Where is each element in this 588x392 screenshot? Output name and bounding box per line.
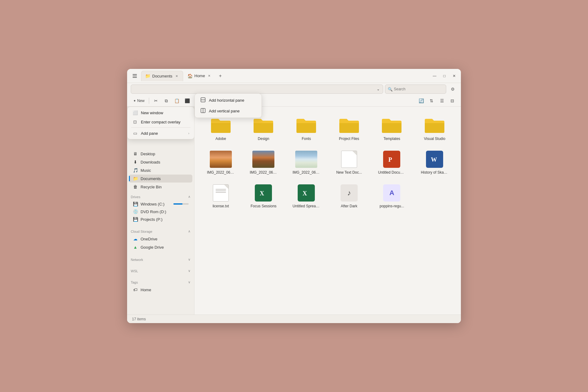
file-img3[interactable]: IMG_2022_06_... <box>286 147 326 178</box>
vertical-pane-icon <box>200 108 206 114</box>
minimize-button[interactable]: — <box>430 72 439 80</box>
google-drive-icon: ▲ <box>133 245 138 250</box>
sync-button[interactable]: 🔄 <box>416 96 426 105</box>
drives-section-header[interactable]: Drives ∧ <box>127 194 194 200</box>
search-box[interactable]: 🔍 <box>385 85 446 94</box>
view-button[interactable]: ☰ <box>437 96 447 105</box>
network-section: Network ∨ <box>127 254 194 265</box>
music-icon: 🎵 <box>133 168 138 173</box>
add-pane-label: Add pane <box>141 131 158 136</box>
untitled-spreads-label: Untitled Spreads... <box>292 204 320 208</box>
folder-project-files[interactable]: Project Files <box>329 113 369 145</box>
window-controls: — □ ✕ <box>430 72 458 80</box>
sidebar-item-recycle-bin[interactable]: 🗑 Recycle Bin 📌 <box>129 183 192 191</box>
toolbar-area: ⌄ 🔍 ⚙ ✦ New ✂ ⧉ 📋 ⬛ ↗ 🗑 🔧 🔄 ⇅ ☰ <box>127 83 461 107</box>
network-header[interactable]: Network ∨ <box>127 256 194 263</box>
templates-folder-icon <box>381 116 403 134</box>
add-tab-button[interactable]: + <box>216 72 224 80</box>
sidebar-item-windows-c[interactable]: 💾 Windows (C:) <box>129 200 192 208</box>
project-files-folder-icon <box>338 116 360 134</box>
enter-compact-overlay-menu-item[interactable]: ⊡ Enter compact overlay <box>129 117 193 126</box>
cloud-storage-header[interactable]: Cloud Storage ∧ <box>127 228 194 235</box>
folder-fonts[interactable]: Fonts <box>286 113 326 145</box>
add-pane-arrow: › <box>188 132 189 135</box>
file-untitled-docum[interactable]: P Untitled Docum... <box>372 147 412 178</box>
windows-c-icon: 💾 <box>133 202 138 206</box>
sidebar: ⬜ New window ⊡ Enter compact overlay ▭ A… <box>127 107 194 315</box>
search-icon: 🔍 <box>388 87 393 92</box>
documents-sidebar-icon: 📁 <box>133 176 138 181</box>
close-button[interactable]: ✕ <box>450 72 458 80</box>
copy-button[interactable]: ⧉ <box>161 96 171 105</box>
dvd-rom-icon: 💿 <box>133 209 138 214</box>
sidebar-item-music[interactable]: 🎵 Music 📌 <box>129 166 192 174</box>
file-area: Adobe Design <box>194 107 461 315</box>
tags-label: Tags <box>131 281 138 284</box>
folder-templates[interactable]: Templates <box>372 113 412 145</box>
downloads-icon: ⬇ <box>133 160 138 164</box>
new-window-menu-item[interactable]: ⬜ New window <box>129 108 193 117</box>
pinned-section: 🖥 Desktop 📌 ⬇ Downloads 📌 🎵 Music 📌 📁 <box>127 149 194 191</box>
rename-button[interactable]: ⬛ <box>182 96 192 105</box>
sidebar-item-google-drive[interactable]: ▲ Google Drive <box>129 243 192 251</box>
home-tag-icon: 🏷 <box>133 287 138 292</box>
address-dropdown-icon[interactable]: ⌄ <box>377 87 380 91</box>
sidebar-item-downloads[interactable]: ⬇ Downloads 📌 <box>129 158 192 166</box>
tab-home[interactable]: 🏠 Home ✕ <box>184 71 216 81</box>
paste-button[interactable]: 📋 <box>172 96 182 105</box>
sidebar-item-home-tag[interactable]: 🏷 Home <box>129 286 192 294</box>
file-focus-sessions[interactable]: X Focus Sessions <box>243 181 284 212</box>
img2-label: IMG_2022_06_... <box>250 170 277 175</box>
untitled-spreads-icon: X <box>298 184 315 202</box>
new-button[interactable]: ✦ New <box>131 96 147 105</box>
add-vertical-pane-label: Add vertical pane <box>209 109 239 113</box>
desktop-label: Desktop <box>141 152 155 156</box>
drives-section: Drives ∧ 💾 Windows (C:) 💿 DVD Rom (D:) 💾 <box>127 191 194 226</box>
templates-label: Templates <box>383 137 400 141</box>
sidebar-item-dvd-rom-d[interactable]: 💿 DVD Rom (D:) <box>129 208 192 215</box>
address-input[interactable]: ⌄ <box>131 85 383 94</box>
wsl-header[interactable]: WSL ∨ <box>127 268 194 274</box>
tags-collapse-icon: ∨ <box>188 280 190 284</box>
documents-tab-close[interactable]: ✕ <box>174 74 179 78</box>
poppins-regu-icon: A <box>383 184 400 202</box>
folder-visual-studio[interactable]: Visual Studio <box>414 113 455 145</box>
svg-text:X: X <box>260 190 264 197</box>
maximize-button[interactable]: □ <box>440 72 449 80</box>
home-tab-close[interactable]: ✕ <box>207 74 212 78</box>
file-poppins-regu[interactable]: A poppins-regu... <box>372 181 412 212</box>
add-pane-menu-item[interactable]: ▭ Add pane › <box>129 129 193 138</box>
tab-documents[interactable]: 📁 Documents ✕ <box>141 71 183 81</box>
sidebar-toggle-button[interactable] <box>130 71 140 81</box>
focus-sessions-icon: X <box>255 184 272 202</box>
cloud-collapse-icon: ∧ <box>188 229 190 233</box>
pane-toggle-button[interactable]: ⊟ <box>447 96 457 105</box>
sidebar-item-desktop[interactable]: 🖥 Desktop 📌 <box>129 150 192 158</box>
projects-p-label: Projects (P:) <box>141 217 163 222</box>
file-history-skate[interactable]: W History of Skate... <box>414 147 455 178</box>
documents-sidebar-label: Documents <box>141 176 161 181</box>
license-txt-label: license.txt <box>213 204 229 208</box>
cut-button[interactable]: ✂ <box>151 96 161 105</box>
submenu-popup: Add horizontal pane Add vertical pane <box>194 107 262 118</box>
file-license-txt[interactable]: license.txt <box>201 181 241 212</box>
svg-text:X: X <box>303 190 307 197</box>
file-img2[interactable]: IMG_2022_06_... <box>243 147 284 178</box>
file-new-text-doc[interactable]: New Text Doc... <box>329 147 369 178</box>
sidebar-item-documents[interactable]: 📁 Documents 📌 <box>129 175 192 183</box>
file-untitled-spreads[interactable]: X Untitled Spreads... <box>286 181 326 212</box>
new-label: New <box>137 99 145 103</box>
tags-header[interactable]: Tags ∨ <box>127 279 194 285</box>
documents-tab-label: Documents <box>152 74 172 78</box>
new-text-doc-icon <box>341 151 357 168</box>
sidebar-item-projects-p[interactable]: 💾 Projects (P:) <box>129 216 192 223</box>
file-img1[interactable]: IMG_2022_06_... <box>201 147 241 178</box>
add-vertical-pane-item[interactable]: Add vertical pane <box>196 107 260 116</box>
sort-button[interactable]: ⇅ <box>427 96 436 105</box>
file-after-dark[interactable]: ♪ After Dark <box>329 181 369 212</box>
sidebar-item-onedrive[interactable]: ☁ OneDrive <box>129 235 192 243</box>
svg-text:P: P <box>388 156 392 163</box>
search-input[interactable] <box>394 87 443 91</box>
address-bar: ⌄ 🔍 ⚙ <box>127 83 461 95</box>
settings-button[interactable]: ⚙ <box>448 85 457 94</box>
